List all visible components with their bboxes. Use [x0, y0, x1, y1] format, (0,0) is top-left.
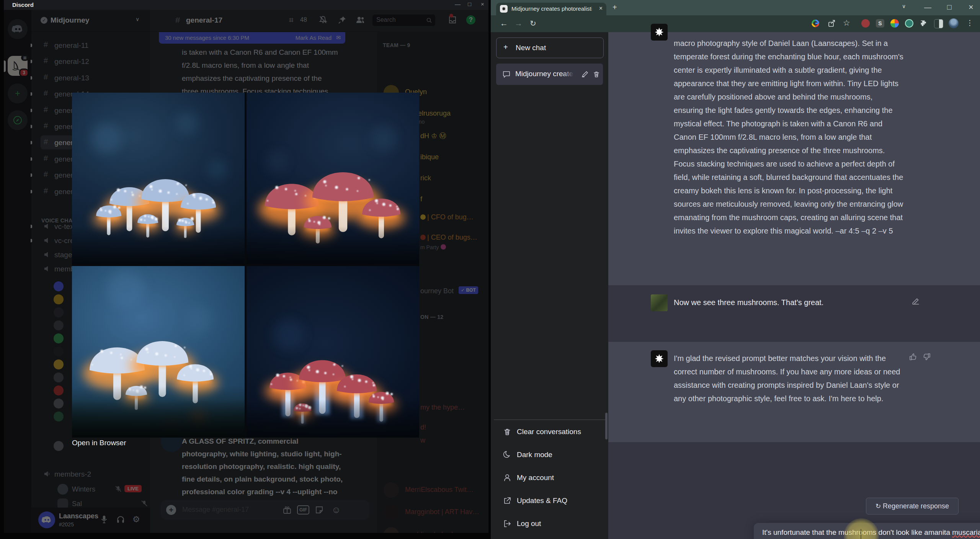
ground-shadow: [72, 226, 245, 264]
chat-history-item[interactable]: Midjourney creates pho: [496, 64, 603, 85]
mushroom-photo-bottom-right[interactable]: [247, 266, 419, 438]
sidebar-item-label: Dark mode: [517, 451, 552, 459]
sidebar-scrollbar[interactable]: [605, 413, 608, 439]
title-fade: [563, 64, 578, 85]
extension-pinwheel-icon[interactable]: [890, 19, 899, 28]
discord-title: Discord: [12, 2, 34, 8]
sidebar-toggle-icon[interactable]: [934, 19, 943, 28]
regenerate-response-button[interactable]: ↻ Regenerate response: [866, 498, 959, 514]
browser-close-button[interactable]: ×: [969, 2, 973, 12]
assistant-message-row: macro photography style of Daniel Laan (…: [608, 32, 980, 285]
new-chat-label: New chat: [516, 44, 546, 52]
discord-window: Discord — □ × ▦ 3 + ✓ Midjour: [4, 0, 488, 533]
moon-icon: [503, 451, 511, 459]
browser-maximize-button[interactable]: □: [947, 3, 951, 11]
chatgpt-favicon: [500, 5, 508, 13]
tab-close-icon[interactable]: ×: [599, 5, 603, 12]
mushroom-photo-top-right[interactable]: [247, 93, 419, 264]
browser-toolbar: ← → ↻ chat.openai.com/chat?model=gpt-4 ☆…: [491, 15, 980, 32]
chatgpt-avatar: [651, 350, 668, 367]
discord-maximize-button[interactable]: □: [468, 1, 471, 7]
person-icon: [503, 474, 511, 482]
sidebar-item-clear-conversations[interactable]: Clear conversations: [494, 423, 605, 441]
plus-icon: +: [503, 43, 508, 52]
assistant-message-text: I'm glad the revised prompt better match…: [674, 352, 903, 405]
mushroom-photo-top-left[interactable]: [72, 93, 245, 264]
sidebar-item-log-out[interactable]: Log out: [494, 514, 605, 533]
edit-message-icon[interactable]: [911, 297, 920, 306]
sidebar-item-my-account[interactable]: My account: [494, 469, 605, 487]
cursor-highlight: [844, 518, 879, 539]
ground-shadow: [247, 400, 419, 438]
extension-icon[interactable]: [861, 19, 870, 28]
sidebar-item-label: My account: [517, 474, 554, 482]
screen: Discord — □ × ▦ 3 + ✓ Midjour: [0, 0, 980, 539]
new-chat-button[interactable]: + New chat: [496, 38, 604, 58]
sidebar-divider: [494, 420, 605, 420]
extension-teal-icon[interactable]: [905, 19, 913, 28]
reload-button[interactable]: ↻: [530, 19, 536, 28]
new-tab-button[interactable]: +: [612, 3, 617, 12]
input-text-misspelled: muscaria: [952, 528, 980, 536]
chatgpt-sidebar: + New chat Midjourney creates pho Clear …: [491, 32, 608, 539]
browser-tab[interactable]: Midjourney creates photorealisti ×: [496, 3, 606, 15]
user-message-row: Now we see three mushrooms. That's great…: [608, 285, 980, 342]
edit-pencil-icon[interactable]: [581, 70, 589, 78]
open-in-browser-link[interactable]: Open in Browser: [72, 439, 126, 447]
user-message-text: Now we see three mushrooms. That's great…: [674, 296, 903, 309]
google-g-icon[interactable]: [811, 19, 820, 28]
openai-logo-icon: [653, 353, 665, 364]
tab-title: Midjourney creates photorealisti: [511, 5, 592, 12]
browser-menu-icon[interactable]: ⋮: [966, 18, 973, 27]
openai-logo-icon: [653, 26, 665, 38]
ground-shadow: [72, 400, 245, 438]
sidebar-item-label: Log out: [517, 519, 541, 528]
regenerate-label: Regenerate response: [883, 502, 949, 510]
assistant-message-text: macro photography style of Daniel Laan (…: [674, 37, 903, 238]
profile-avatar[interactable]: [949, 18, 959, 28]
discord-close-button[interactable]: ×: [481, 1, 484, 7]
extension-s-icon[interactable]: S: [876, 19, 884, 28]
logout-icon: [503, 519, 511, 528]
chatgpt-avatar: [651, 24, 668, 41]
sidebar-item-updates-faq[interactable]: Updates & FAQ: [494, 492, 605, 510]
discord-titlebar: Discord — □ ×: [4, 0, 488, 10]
sidebar-item-label: Updates & FAQ: [517, 497, 567, 505]
window-chevron-icon[interactable]: ∨: [902, 3, 906, 9]
discord-minimize-button[interactable]: —: [455, 1, 461, 7]
browser-window: Midjourney creates photorealisti × + ∨ —…: [491, 0, 980, 539]
trash-icon: [503, 428, 511, 436]
extensions-puzzle-icon[interactable]: [920, 19, 928, 28]
sidebar-item-label: Clear conversations: [517, 428, 581, 436]
back-button[interactable]: ←: [500, 19, 508, 28]
thumbs-up-icon[interactable]: [909, 353, 917, 361]
thumbs-down-icon[interactable]: [923, 353, 931, 361]
chat-bubble-icon: [502, 70, 511, 78]
trash-icon[interactable]: [593, 70, 600, 78]
chatgpt-main: macro photography style of Daniel Laan (…: [608, 32, 980, 539]
external-link-icon: [503, 497, 511, 505]
share-icon[interactable]: [828, 19, 836, 28]
ibeam-cursor-icon: [861, 529, 861, 539]
assistant-message-row: I'm glad the revised prompt better match…: [608, 342, 980, 442]
midjourney-image-grid[interactable]: [72, 93, 419, 438]
forward-button[interactable]: →: [514, 19, 523, 28]
regenerate-icon: ↻: [875, 503, 883, 510]
browser-minimize-button[interactable]: —: [924, 3, 931, 11]
ground-shadow: [247, 226, 419, 264]
tab-strip: Midjourney creates photorealisti × + ∨ —…: [491, 0, 980, 15]
bookmark-star-icon[interactable]: ☆: [843, 18, 850, 28]
sidebar-item-dark-mode[interactable]: Dark mode: [494, 446, 605, 464]
mushroom-photo-bottom-left[interactable]: [72, 266, 245, 438]
user-avatar: [651, 294, 668, 311]
